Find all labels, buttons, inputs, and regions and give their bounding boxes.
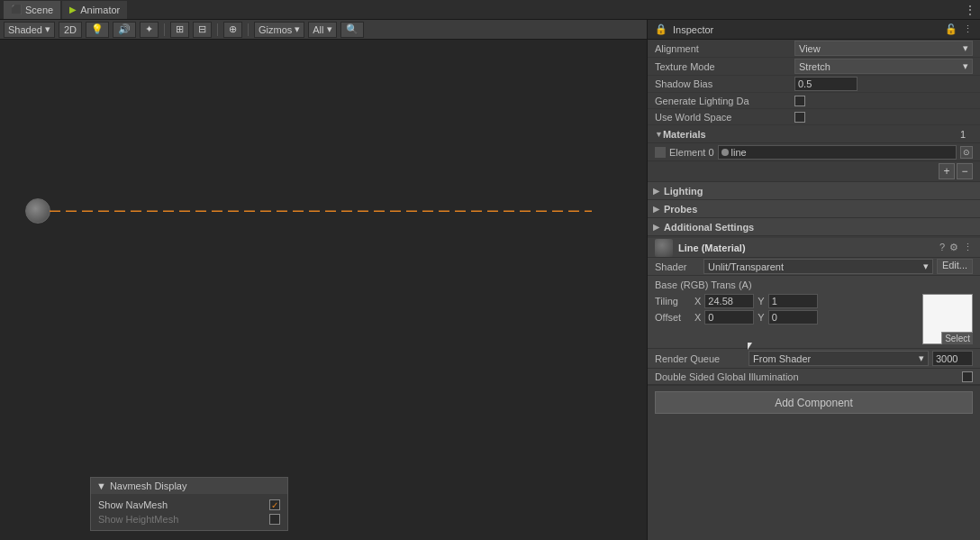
navmesh-header[interactable]: ▼ Navmesh Display <box>91 478 287 494</box>
tab-animator[interactable]: ▶ Animator <box>62 1 127 19</box>
gizmos-dropdown[interactable]: Gizmos ▾ <box>254 22 304 38</box>
unlock-icon[interactable]: 🔓 <box>945 23 957 35</box>
render-queue-value: From Shader <box>753 353 811 364</box>
render-queue-label: Render Queue <box>655 353 745 364</box>
double-sided-checkbox[interactable] <box>962 371 973 382</box>
inspector-title-group: 🔒 Inspector <box>655 23 713 35</box>
tiling-y-label: Y <box>758 296 764 307</box>
texture-thumb-container: Select <box>922 294 973 344</box>
shader-row: Shader Unlit/Transparent ▾ Edit... <box>648 258 980 276</box>
material-help-icon[interactable]: ? <box>939 242 945 253</box>
2d-button[interactable]: 2D <box>59 22 82 38</box>
add-component-label: Add Component <box>775 397 853 409</box>
shader-dropdown-arrow: ▾ <box>923 261 929 272</box>
grid-button[interactable]: ⊟ <box>193 22 212 38</box>
materials-buttons: + − <box>648 161 980 182</box>
animator-tab-label: Animator <box>80 5 120 15</box>
transform-button[interactable]: ⊕ <box>223 22 242 38</box>
tiling-x-input[interactable] <box>704 294 754 308</box>
additional-settings-arrow: ▶ <box>653 223 659 232</box>
texture-title: Base (RGB) Trans (A) <box>655 279 973 290</box>
shading-arrow: ▾ <box>45 23 50 35</box>
all-dropdown[interactable]: All ▾ <box>308 22 336 38</box>
materials-label: Materials <box>663 129 960 140</box>
show-heightmesh-checkbox[interactable] <box>269 514 280 525</box>
alignment-dropdown[interactable]: View ▾ <box>794 41 973 56</box>
lighting-label: Lighting <box>664 186 703 197</box>
offset-row: Offset X Y <box>655 310 915 325</box>
search-button[interactable]: 🔍 <box>340 22 364 38</box>
material-settings-icon[interactable]: ⚙ <box>949 242 958 253</box>
texture-mode-arrow: ▾ <box>963 60 968 72</box>
alignment-label: Alignment <box>655 43 794 54</box>
select-button[interactable]: Select <box>941 332 973 344</box>
audio-button[interactable]: 🔊 <box>113 22 136 38</box>
additional-settings-header[interactable]: ▶ Additional Settings <box>648 218 980 236</box>
offset-label: Offset <box>655 312 691 323</box>
scene-object-circle <box>25 198 50 224</box>
offset-y-label: Y <box>758 312 764 323</box>
material-panel: Line (Material) ? ⚙ ⋮ Shader Unlit/Trans… <box>648 238 980 386</box>
shader-dropdown[interactable]: Unlit/Transparent ▾ <box>703 259 933 274</box>
use-world-space-row: Use World Space <box>648 109 980 125</box>
separator3 <box>248 23 249 36</box>
shading-dropdown[interactable]: Shaded ▾ <box>4 22 55 38</box>
tiling-label: Tiling <box>655 296 691 307</box>
material-more-icon[interactable]: ⋮ <box>963 242 973 253</box>
scene-area: Shaded ▾ 2D 💡 🔊 ✦ ⊞ ⊟ ⊕ Gizmos ▾ All ▾ <box>0 20 647 540</box>
shader-edit-button[interactable]: Edit... <box>937 259 973 274</box>
texture-mode-dropdown[interactable]: Stretch ▾ <box>794 59 973 74</box>
add-component-button[interactable]: Add Component <box>655 391 973 414</box>
render-queue-number[interactable] <box>932 351 973 366</box>
render-queue-dropdown[interactable]: From Shader ▾ <box>749 351 929 366</box>
lighting-arrow: ▶ <box>653 187 659 196</box>
double-sided-row: Double Sided Global Illumination <box>648 369 980 385</box>
element-pick-button[interactable]: ⊙ <box>960 146 973 159</box>
tab-scene[interactable]: ⬛ Scene <box>4 1 60 19</box>
scene-tab-label: Scene <box>25 5 53 15</box>
animator-tab-icon: ▶ <box>69 5 77 14</box>
remove-material-button[interactable]: − <box>957 163 973 179</box>
offset-x-input[interactable] <box>704 310 754 325</box>
show-navmesh-label: Show NavMesh <box>98 499 168 510</box>
texture-mode-label: Texture Mode <box>655 61 794 72</box>
lock-icon: 🔒 <box>655 23 667 35</box>
lighting-section-header[interactable]: ▶ Lighting <box>648 182 980 200</box>
gen-lighting-row: Generate Lighting Da <box>648 93 980 109</box>
material-thumbnail <box>655 239 673 257</box>
scene-tab-icon: ⬛ <box>11 5 22 14</box>
additional-settings-label: Additional Settings <box>664 222 754 233</box>
shadow-bias-input[interactable] <box>794 77 858 91</box>
light-button[interactable]: 💡 <box>86 22 109 38</box>
dashed-line <box>50 209 592 212</box>
render-queue-arrow: ▾ <box>919 352 924 364</box>
texture-mode-value: Stretch <box>799 61 830 72</box>
effects-button[interactable]: ✦ <box>140 22 159 38</box>
inspector-panel: 🔒 Inspector 🔓 ⋮ Alignment View ▾ Texture… <box>647 20 980 540</box>
materials-arrow: ▼ <box>655 130 663 139</box>
main-content: Shaded ▾ 2D 💡 🔊 ✦ ⊞ ⊟ ⊕ Gizmos ▾ All ▾ <box>0 20 980 540</box>
material-name: Line (Material) <box>678 243 934 253</box>
show-navmesh-checkbox[interactable]: ✓ <box>269 499 280 510</box>
use-world-space-checkbox[interactable] <box>794 112 805 123</box>
gen-lighting-label: Generate Lighting Da <box>655 96 794 106</box>
gen-lighting-checkbox[interactable] <box>794 96 805 106</box>
use-world-space-label: Use World Space <box>655 112 794 123</box>
materials-count: 1 <box>960 129 966 140</box>
material-header-icons: ? ⚙ ⋮ <box>939 242 973 253</box>
show-heightmesh-label: Show HeightMesh <box>98 514 178 525</box>
add-material-button[interactable]: + <box>939 163 955 179</box>
material-panel-header: Line (Material) ? ⚙ ⋮ <box>648 238 980 258</box>
top-menu-icon[interactable]: ⋮ <box>964 3 976 17</box>
offset-y-input[interactable] <box>768 310 818 325</box>
texture-content: Tiling X Y Offset X <box>655 294 973 344</box>
scene-canvas[interactable]: ▼ Navmesh Display Show NavMesh ✓ Show He… <box>0 40 647 540</box>
tiling-y-input[interactable] <box>768 294 818 308</box>
shader-value: Unlit/Transparent <box>708 261 784 272</box>
navmesh-collapse-arrow: ▼ <box>96 481 106 491</box>
shadow-bias-row: Shadow Bias <box>648 76 980 93</box>
more-icon[interactable]: ⋮ <box>963 23 973 35</box>
snap-button[interactable]: ⊞ <box>170 22 189 38</box>
probes-section-header[interactable]: ▶ Probes <box>648 200 980 218</box>
element-0-row: Element 0 line ⊙ <box>648 143 980 161</box>
